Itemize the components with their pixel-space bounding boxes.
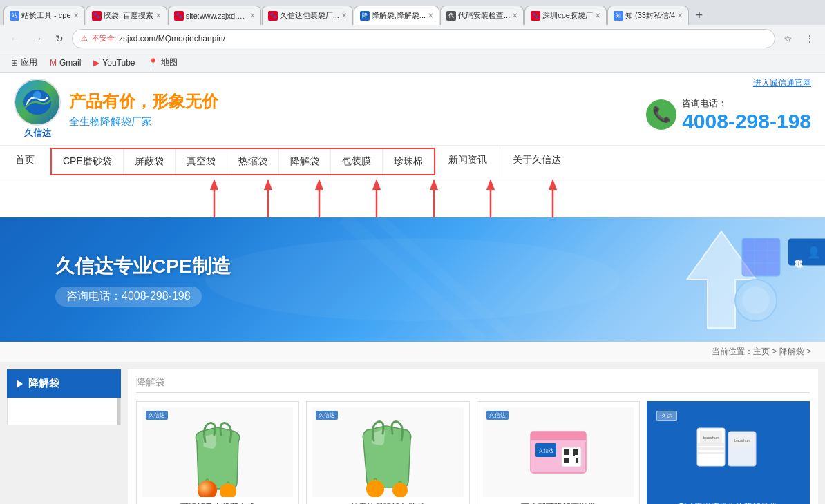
- product-card-4[interactable]: 久达 baoshun baoshun: [647, 401, 810, 504]
- svg-text:baoshun: baoshun: [734, 438, 750, 443]
- svg-marker-7: [315, 179, 323, 190]
- menu-button[interactable]: ⋮: [800, 29, 819, 48]
- reload-button[interactable]: ↻: [50, 29, 69, 48]
- tab-1-close[interactable]: ✕: [73, 12, 79, 19]
- tab-5-favicon: 降: [360, 11, 370, 21]
- contact-phone: 4008-298-198: [682, 110, 811, 133]
- tab-3[interactable]: 🐾 site:www.zsjxd.com... ✕: [168, 6, 261, 25]
- tab-5-active[interactable]: 降 降解袋,降解袋... ✕: [354, 6, 439, 25]
- tab-1-favicon: 站: [10, 11, 19, 21]
- nav-about[interactable]: 关于久信达: [500, 146, 573, 177]
- nav-item-wrapfilm[interactable]: 包装膜: [331, 149, 383, 174]
- logo[interactable]: 久信达: [14, 79, 61, 139]
- product-card-1[interactable]: 久信达: [136, 401, 299, 504]
- nav-item-degradable[interactable]: 降解袋: [279, 149, 331, 174]
- security-label: 不安全: [92, 33, 115, 43]
- nav-highlighted-group: CPE磨砂袋 屏蔽袋 真空袋 热缩袋 降解袋 包装膜 珍珠棉: [50, 148, 435, 175]
- tab-2[interactable]: 🐾 胶袋_百度搜索 ✕: [86, 6, 167, 25]
- product-card-3[interactable]: 久信达: [477, 401, 640, 504]
- browser-chrome: 站 站长工具 - cpe ✕ 🐾 胶袋_百度搜索 ✕ 🐾 site:www.zs…: [0, 0, 825, 73]
- bookmark-maps[interactable]: 📍 地图: [142, 55, 183, 70]
- apps-icon: ⊞: [11, 58, 18, 68]
- sidebar-scrollbar[interactable]: [117, 398, 120, 425]
- nav-item-shieldbag[interactable]: 屏蔽袋: [124, 149, 176, 174]
- tab-3-label: site:www.zsjxd.com...: [186, 12, 247, 20]
- youtube-label: YouTube: [102, 58, 135, 68]
- tab-3-close[interactable]: ✕: [249, 12, 255, 19]
- nav-home[interactable]: 首页: [0, 146, 50, 177]
- tab-6-favicon: 代: [446, 11, 456, 21]
- tab-8[interactable]: 知 知 (33封私信/4 ✕: [607, 6, 689, 25]
- address-text: zsjxd.com/MQmoqiechanpin/: [119, 34, 225, 43]
- svg-rect-40: [576, 458, 578, 463]
- tab-7-close[interactable]: ✕: [595, 12, 600, 19]
- site-nav: 首页 CPE磨砂袋 屏蔽袋 真空袋 热缩袋 降解袋 包装膜 珍珠棉: [0, 146, 825, 177]
- svg-rect-48: [697, 452, 725, 454]
- svg-point-26: [742, 287, 770, 314]
- sidebar-scroll: [7, 398, 121, 425]
- products-grid: 久信达: [136, 401, 810, 504]
- nav-item-cpe[interactable]: CPE磨砂袋: [52, 149, 124, 174]
- bookmark-youtube[interactable]: ▶ YouTube: [88, 57, 140, 69]
- header-left: 久信达 产品有价，形象无价 全生物降解袋厂家: [14, 79, 218, 139]
- svg-text:久信达: 久信达: [538, 448, 553, 453]
- product-4-label: PLA玉米淀粉生物降解骨袋: [653, 501, 804, 504]
- logo-name: 久信达: [14, 127, 61, 139]
- tab-8-label: 知 (33封私信/4: [625, 10, 675, 21]
- forward-button[interactable]: →: [28, 29, 47, 48]
- back-button[interactable]: ←: [6, 29, 25, 48]
- contact-label: 咨询电话：: [682, 97, 811, 110]
- nav-item-heatshrink[interactable]: 热缩袋: [227, 149, 279, 174]
- product-1-logo: 久信达: [146, 411, 168, 420]
- product-2-image: 久信达: [312, 407, 463, 497]
- product-2-label: 外卖快餐降解包装袋: [312, 501, 463, 504]
- tab-5-close[interactable]: ✕: [428, 12, 433, 19]
- tab-6[interactable]: 代 代码安装检查... ✕: [440, 6, 524, 25]
- sidebar: 降解袋: [0, 362, 128, 504]
- site-banner: 久信达专业CPE制造 咨询电话：4008-298-198: [0, 217, 825, 342]
- tab-2-close[interactable]: ✕: [155, 12, 161, 19]
- toolbar: ← → ↻ ⚠ 不安全 zsjxd.com/MQmoqiechanpin/ ☆ …: [0, 25, 825, 52]
- tab-4-close[interactable]: ✕: [341, 12, 347, 19]
- product-2-logo: 久信达: [316, 411, 338, 420]
- header-contact: 📞 咨询电话： 4008-298-198: [646, 97, 811, 133]
- header-slogans: 产品有价，形象无价 全生物降解袋厂家: [69, 90, 218, 128]
- product-1-image: 久信达: [142, 407, 293, 497]
- tab-bar: 站 站长工具 - cpe ✕ 🐾 胶袋_百度搜索 ✕ 🐾 site:www.zs…: [0, 0, 825, 25]
- tab-2-favicon: 🐾: [92, 11, 102, 21]
- gmail-icon: M: [50, 58, 57, 68]
- new-tab-button[interactable]: +: [690, 6, 709, 25]
- tab-6-close[interactable]: ✕: [512, 12, 518, 19]
- product-1-label: 可降解马夹袋背心袋: [142, 501, 293, 504]
- sidebar-category: 降解袋: [7, 369, 121, 398]
- tab-8-close[interactable]: ✕: [677, 12, 683, 19]
- bookmarks-button[interactable]: ☆: [778, 29, 797, 48]
- address-bar[interactable]: ⚠ 不安全 zsjxd.com/MQmoqiechanpin/: [72, 29, 775, 48]
- sidebar-arrow-icon: [17, 380, 23, 388]
- bookmark-gmail[interactable]: M Gmail: [44, 57, 86, 69]
- svg-rect-38: [564, 458, 569, 463]
- enter-official-link[interactable]: 进入诚信通官网: [753, 77, 811, 89]
- svg-marker-11: [430, 179, 438, 190]
- tab-4[interactable]: 🐾 久信达包装袋厂... ✕: [262, 6, 353, 25]
- online-service-widget[interactable]: 👤 在线客服: [788, 239, 825, 266]
- tab-7[interactable]: 🐾 深圳cpe胶袋厂 ✕: [524, 6, 607, 25]
- nav-news[interactable]: 新闻资讯: [435, 146, 500, 177]
- gmail-label: Gmail: [59, 58, 81, 68]
- product-card-2[interactable]: 久信达 外卖快餐降解包装袋: [306, 401, 469, 504]
- svg-point-1: [33, 91, 41, 99]
- nav-item-vacuum[interactable]: 真空袋: [176, 149, 227, 174]
- bookmark-apps[interactable]: ⊞ 应用: [6, 55, 43, 70]
- svg-point-31: [392, 483, 408, 497]
- svg-marker-13: [486, 179, 495, 190]
- svg-marker-9: [372, 179, 381, 190]
- tab-1-label: 站长工具 - cpe: [21, 10, 71, 21]
- banner-right-deco: [659, 224, 784, 338]
- product-3-image: 久信达: [483, 407, 634, 497]
- website: 进入诚信通官网 久信达 产品有价，形象无价 全生物降解袋厂家: [0, 73, 825, 504]
- nav-item-pearlcotton[interactable]: 珍珠棉: [383, 149, 434, 174]
- product-4-logo: 久达: [656, 411, 677, 421]
- tab-1[interactable]: 站 站长工具 - cpe ✕: [3, 6, 85, 25]
- tab-4-favicon: 🐾: [268, 11, 278, 21]
- logo-circle: [14, 79, 61, 126]
